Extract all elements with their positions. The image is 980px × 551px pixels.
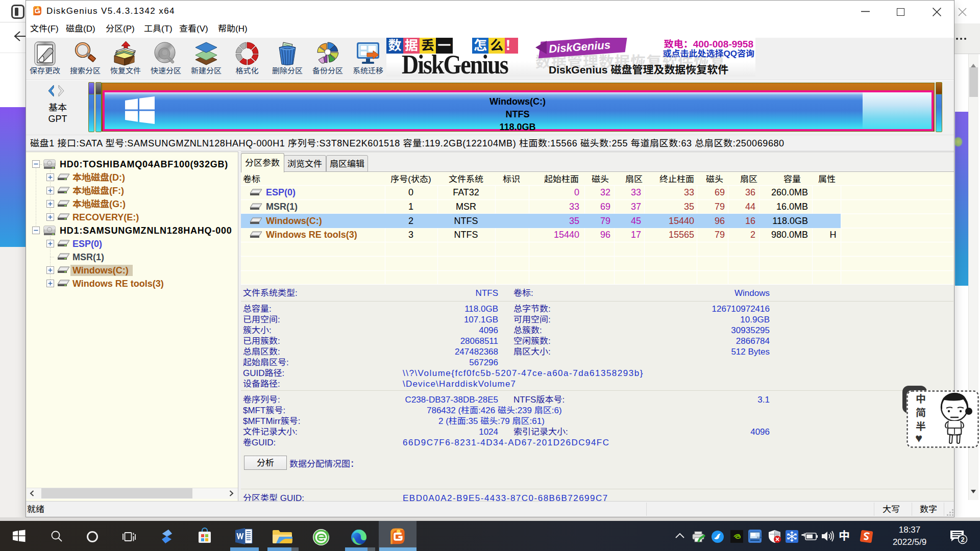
svg-text:intel: intel [757, 536, 763, 539]
svg-text:2: 2 [961, 536, 964, 543]
